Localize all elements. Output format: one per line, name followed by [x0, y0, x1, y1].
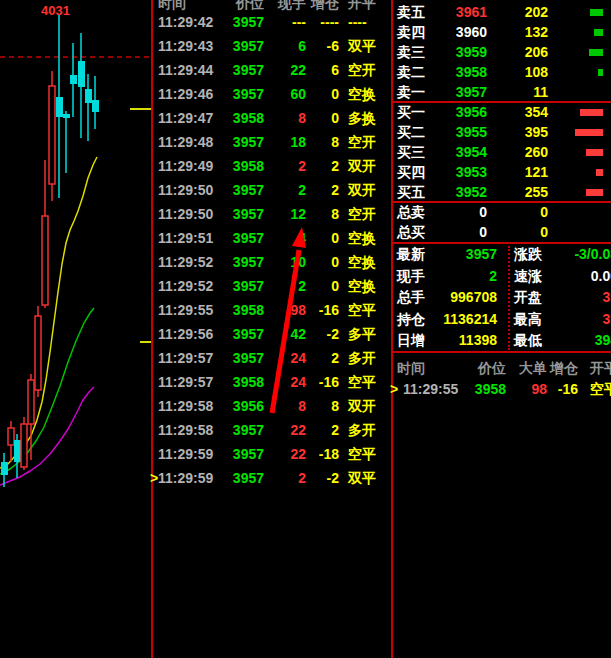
tick-position-change: -6 [327, 34, 339, 58]
tick-volume: 60 [290, 82, 306, 106]
tick-row[interactable]: 11:29:58395688双开 [153, 394, 391, 418]
bid-row[interactable]: 买四3953121 [393, 162, 611, 182]
tick-time: 11:29:47 [158, 106, 213, 130]
kline-chart-panel[interactable]: 4031 [0, 0, 151, 658]
bid-row[interactable]: 买一3956354 [393, 102, 611, 122]
tick-row[interactable]: 11:29:52395720空换 [153, 274, 391, 298]
stat-value: 39 [602, 287, 611, 307]
tick-volume: 24 [290, 346, 306, 370]
tick-row[interactable]: 11:29:423957----------- [153, 10, 391, 34]
tick-price: 3957 [233, 346, 264, 370]
ask-depth-bar [590, 9, 603, 16]
big-order-volume: 98 [531, 379, 547, 399]
tick-row[interactable]: 11:29:463957600空换 [153, 82, 391, 106]
ask-label: 卖二 [397, 62, 425, 82]
tick-open-close-flag: 双开 [348, 394, 376, 418]
tick-volume: 22 [290, 418, 306, 442]
tick-volume: 42 [290, 322, 306, 346]
tick-position-change: 8 [331, 202, 339, 226]
ask-price: 3961 [456, 2, 487, 22]
ask-row[interactable]: 卖二3958108 [393, 62, 611, 82]
tick-row[interactable]: 11:29:4339576-6双平 [153, 34, 391, 58]
tick-position-change: 2 [331, 346, 339, 370]
tick-volume: 2 [298, 466, 306, 490]
tick-volume: 2 [298, 178, 306, 202]
bid-depth-bar [580, 109, 603, 116]
ask-label: 卖三 [397, 42, 425, 62]
kline-chart [0, 0, 151, 658]
tick-price: 3957 [233, 322, 264, 346]
ask-label: 卖一 [397, 82, 425, 102]
tick-row[interactable]: 11:29:503957128空开 [153, 202, 391, 226]
tick-position-change: 2 [331, 418, 339, 442]
tick-row[interactable]: 11:29:51395740空换 [153, 226, 391, 250]
tick-open-close-flag: 空开 [348, 130, 376, 154]
bid-row[interactable]: 买二3955395 [393, 122, 611, 142]
big-order-row[interactable]: >11:29:55395898-16空平 [393, 379, 611, 399]
ask-row[interactable]: 卖三3959206 [393, 42, 611, 62]
tick-price: 3957 [233, 178, 264, 202]
tick-price: 3957 [233, 202, 264, 226]
tick-volume: 4 [298, 226, 306, 250]
tick-volume: --- [292, 10, 306, 34]
tick-row[interactable]: 11:29:57395824-16空平 [153, 370, 391, 394]
tick-row[interactable]: 11:29:443957226空开 [153, 58, 391, 82]
tick-row[interactable]: 11:29:483957188空开 [153, 130, 391, 154]
tick-open-close-flag: 空开 [348, 202, 376, 226]
tick-position-change: 0 [331, 82, 339, 106]
tick-volume: 12 [290, 202, 306, 226]
bid-quantity: 354 [525, 102, 548, 122]
tick-time: 11:29:46 [158, 82, 213, 106]
bid-depth-bar [596, 169, 603, 176]
tick-open-close-flag: 多平 [348, 322, 376, 346]
ask-depth-bar [594, 29, 603, 36]
summary-stat: 最低394 [393, 330, 611, 350]
total-label: 总卖 [397, 202, 425, 222]
tick-time: 11:29:56 [158, 322, 213, 346]
tick-time: 11:29:59 [158, 442, 213, 466]
summary-stat: 涨跌-3/0.08 [393, 244, 611, 264]
current-row-marker: > [150, 466, 158, 490]
ask-price: 3958 [456, 62, 487, 82]
summary-stat: 开盘39 [393, 287, 611, 307]
tick-row[interactable]: 11:29:573957242多开 [153, 346, 391, 370]
tick-row[interactable]: 11:29:47395880多换 [153, 106, 391, 130]
summary-stat: 速涨0.00 [393, 266, 611, 286]
tick-volume: 2 [298, 154, 306, 178]
ask-row[interactable]: 卖一395711 [393, 82, 611, 102]
total-label: 总买 [397, 222, 425, 242]
tick-price: 3957 [233, 82, 264, 106]
horizontal-separator [393, 351, 611, 353]
tick-time: 11:29:42 [158, 10, 213, 34]
tick-row[interactable]: 11:29:49395822双开 [153, 154, 391, 178]
tick-price: 3958 [233, 106, 264, 130]
tick-row[interactable]: 11:29:583957222多开 [153, 418, 391, 442]
tick-open-close-flag: 双平 [348, 34, 376, 58]
tick-row[interactable]: 11:29:523957100空换 [153, 250, 391, 274]
big-order-flag: 空平 [590, 379, 611, 399]
bid-price: 3952 [456, 182, 487, 202]
tick-open-close-flag: 空平 [348, 298, 376, 322]
ask-row[interactable]: 卖四3960132 [393, 22, 611, 42]
tick-row[interactable]: 11:29:55395898-16空平 [153, 298, 391, 322]
bid-row[interactable]: 买三3954260 [393, 142, 611, 162]
tick-row[interactable]: >11:29:5939572-2双平 [153, 466, 391, 490]
tick-row[interactable]: 11:29:56395742-2多平 [153, 322, 391, 346]
ask-row[interactable]: 卖五3961202 [393, 2, 611, 22]
tick-price: 3958 [233, 298, 264, 322]
tick-open-close-flag: 空换 [348, 250, 376, 274]
ask-quantity: 202 [525, 2, 548, 22]
tick-position-change: 8 [331, 130, 339, 154]
tick-price: 3957 [233, 130, 264, 154]
bid-row[interactable]: 买五3952255 [393, 182, 611, 202]
bid-quantity: 395 [525, 122, 548, 142]
tick-price: 3957 [233, 250, 264, 274]
tick-position-change: -2 [327, 322, 339, 346]
bid-depth-bar [586, 189, 603, 196]
tick-row[interactable]: 11:29:50395722双开 [153, 178, 391, 202]
tick-time: 11:29:55 [158, 298, 213, 322]
tick-price: 3957 [233, 418, 264, 442]
tick-open-close-flag: 空平 [348, 442, 376, 466]
total-value-1: 0 [479, 222, 487, 242]
tick-row[interactable]: 11:29:59395722-18空平 [153, 442, 391, 466]
